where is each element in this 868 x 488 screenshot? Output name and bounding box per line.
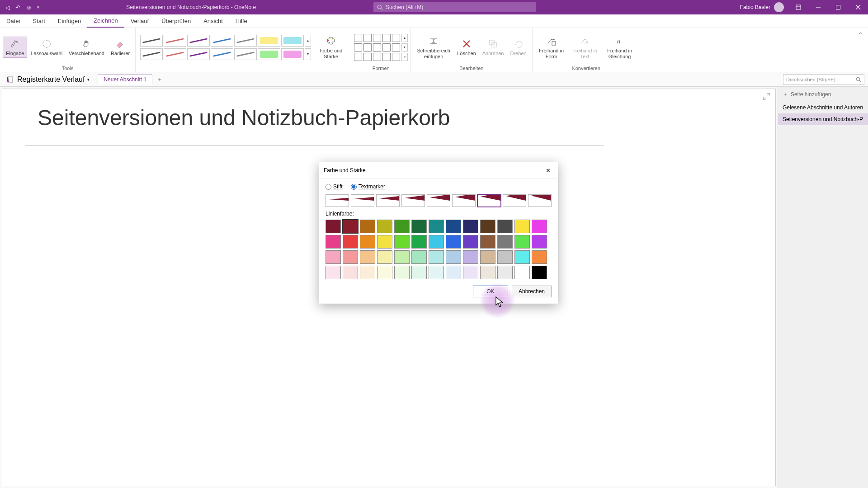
color-swatch[interactable]	[514, 235, 530, 249]
pen-swatch[interactable]	[234, 48, 257, 60]
tab-verlauf[interactable]: Verlauf	[124, 14, 155, 28]
lasso-button[interactable]: Lassoauswahl	[28, 37, 65, 57]
color-swatch[interactable]	[446, 235, 461, 249]
color-swatch[interactable]	[480, 235, 495, 249]
shape-12[interactable]	[373, 53, 381, 61]
color-swatch[interactable]	[463, 220, 478, 233]
color-swatch[interactable]	[326, 235, 341, 249]
color-swatch[interactable]	[446, 220, 461, 233]
color-swatch[interactable]	[463, 266, 478, 279]
thickness-6[interactable]	[477, 194, 501, 207]
maximize-button[interactable]	[828, 0, 848, 14]
radierer-button[interactable]: Radierer	[108, 37, 132, 57]
thickness-5[interactable]	[452, 194, 476, 207]
tab-zeichnen[interactable]: Zeichnen	[87, 14, 124, 28]
color-swatch[interactable]	[377, 220, 392, 233]
farbe-staerke-button[interactable]: Farbe und Stärke	[316, 34, 346, 60]
color-swatch[interactable]	[429, 235, 444, 249]
pen-swatch[interactable]	[164, 35, 186, 47]
color-swatch[interactable]	[360, 235, 375, 249]
expand-icon[interactable]	[763, 93, 772, 102]
color-swatch[interactable]	[394, 235, 410, 249]
pen-swatch[interactable]	[211, 48, 233, 60]
pen-swatch[interactable]	[234, 35, 257, 47]
add-section-button[interactable]: ＋	[155, 75, 164, 84]
color-swatch[interactable]	[394, 266, 410, 279]
color-swatch[interactable]	[394, 220, 410, 233]
shape-8[interactable]	[382, 43, 391, 52]
highlighter-swatch[interactable]	[258, 48, 280, 60]
pen-swatch[interactable]	[187, 48, 210, 60]
color-swatch[interactable]	[394, 250, 410, 264]
pen-swatch[interactable]	[140, 35, 163, 47]
freihand-form-button[interactable]: Freihand in Form	[535, 34, 568, 60]
tab-datei[interactable]: Datei	[0, 14, 26, 28]
color-swatch[interactable]	[429, 220, 444, 233]
shape-13[interactable]	[382, 53, 391, 61]
thickness-8[interactable]	[528, 194, 552, 207]
color-swatch[interactable]	[514, 250, 530, 264]
ribbon-mode-icon[interactable]	[788, 0, 808, 14]
color-swatch[interactable]	[360, 250, 375, 264]
notebook-search[interactable]: Durchsuchen (Strg+E)	[783, 74, 864, 85]
radio-stift[interactable]: Stift	[326, 183, 343, 190]
highlighter-swatch[interactable]	[258, 35, 280, 47]
color-swatch[interactable]	[514, 266, 530, 279]
color-swatch[interactable]	[377, 266, 392, 279]
color-swatch[interactable]	[429, 250, 444, 264]
thickness-3[interactable]	[401, 194, 425, 207]
schreibbereich-button[interactable]: Schreibbereich einfügen	[414, 34, 453, 60]
thickness-2[interactable]	[376, 194, 400, 207]
color-swatch[interactable]	[514, 220, 530, 233]
page-item[interactable]: Gelesene Abschnitte und Autoren	[778, 102, 868, 113]
shape-4[interactable]	[392, 34, 400, 42]
color-swatch[interactable]	[497, 220, 513, 233]
highlighter-swatch[interactable]	[281, 48, 304, 60]
pen-gallery-scroll-up[interactable]: ▴	[305, 35, 311, 47]
notebook-dropdown[interactable]: Registerkarte Verlauf ▾	[4, 75, 93, 84]
color-swatch[interactable]	[463, 235, 478, 249]
shape-7[interactable]	[373, 43, 381, 52]
color-swatch[interactable]	[411, 250, 427, 264]
thickness-4[interactable]	[427, 194, 450, 207]
color-swatch[interactable]	[532, 220, 547, 233]
color-swatch[interactable]	[377, 250, 392, 264]
color-swatch[interactable]	[532, 250, 547, 264]
color-swatch[interactable]	[343, 250, 358, 264]
shape-5[interactable]	[354, 43, 362, 52]
shape-2[interactable]	[373, 34, 381, 42]
minimize-button[interactable]	[808, 0, 828, 14]
shapes-scroll-0[interactable]: ▴	[401, 34, 408, 42]
tab-start[interactable]: Start	[26, 14, 51, 28]
search-box[interactable]: Suchen (Alt+M)	[373, 2, 536, 12]
radio-textmarker[interactable]: Textmarker	[351, 183, 385, 190]
color-swatch[interactable]	[497, 235, 513, 249]
color-swatch[interactable]	[480, 250, 495, 264]
thickness-7[interactable]	[503, 194, 526, 207]
shape-1[interactable]	[363, 34, 372, 42]
loeschen-button[interactable]: Löschen	[454, 37, 479, 57]
undo-icon[interactable]: ↶	[15, 4, 20, 11]
pen-swatch[interactable]	[211, 35, 233, 47]
page-title[interactable]: Seitenversionen und Notizbuch-Papierkorb	[38, 105, 450, 130]
color-swatch[interactable]	[480, 220, 495, 233]
ok-button[interactable]: OK	[473, 286, 508, 297]
color-swatch[interactable]	[429, 266, 444, 279]
color-swatch[interactable]	[326, 266, 341, 279]
color-swatch[interactable]	[532, 266, 547, 279]
shape-9[interactable]	[392, 43, 400, 52]
back-icon[interactable]: ◁	[5, 4, 10, 11]
color-swatch[interactable]	[411, 235, 427, 249]
shape-14[interactable]	[392, 53, 400, 61]
color-swatch[interactable]	[532, 235, 547, 249]
thickness-1[interactable]	[351, 194, 374, 207]
pen-swatch[interactable]	[187, 35, 210, 47]
color-swatch[interactable]	[446, 266, 461, 279]
tab-überprüfen[interactable]: Überprüfen	[155, 14, 197, 28]
user-area[interactable]: Fabio Basler	[736, 2, 788, 12]
color-swatch[interactable]	[343, 266, 358, 279]
section-tab[interactable]: Neuer Abschnitt 1	[98, 74, 152, 84]
shapes-scroll-2[interactable]: ▿	[401, 53, 408, 61]
shape-6[interactable]	[363, 43, 372, 52]
color-swatch[interactable]	[360, 266, 375, 279]
